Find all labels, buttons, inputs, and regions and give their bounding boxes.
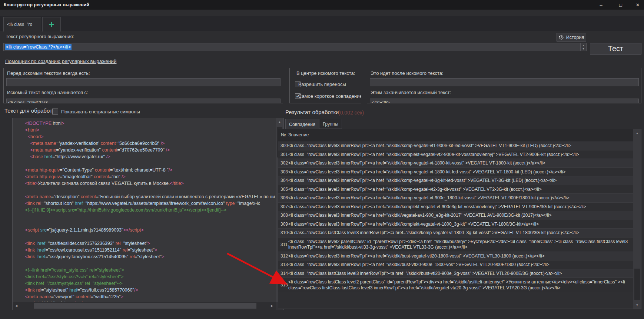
table-row[interactable]: 312<li class="rowClass level3 innerRowTp… bbox=[278, 252, 633, 261]
row-number: 312 bbox=[278, 252, 288, 260]
code-line: <link rel="stylesheet" href="css/full.cs… bbox=[17, 287, 276, 293]
starts-input[interactable]: <li class="rowClass bbox=[6, 99, 280, 103]
table-row[interactable]: 313<li class="rowClass level3 innerRowTp… bbox=[278, 260, 633, 269]
code-area[interactable]: <!DOCTYPE html> <html> <head> <meta name… bbox=[13, 118, 276, 302]
scroll-up-icon[interactable]: ▲ bbox=[276, 118, 283, 126]
regex-selected-text: <li\ class="rowClass.*?</a></li> bbox=[5, 44, 72, 50]
show-special-label: Показывать специальные символы bbox=[61, 109, 140, 114]
shortest-checkbox-label: Самое короткое совпадение bbox=[298, 93, 361, 99]
table-row[interactable]: 309<li class="rowClass level3 innerRowTp… bbox=[278, 220, 633, 229]
row-value: <li class="rowClass level3 innerRowTpl">… bbox=[288, 176, 633, 185]
table-row[interactable]: 308<li class="rowClass level3 innerRowTp… bbox=[278, 211, 633, 220]
row-number: 313 bbox=[278, 260, 288, 269]
code-line bbox=[17, 260, 276, 267]
code-line bbox=[17, 187, 276, 193]
regex-spinner[interactable]: ▲ ▼ bbox=[580, 43, 587, 51]
starts-label: Искомый текст всегда начинается с: bbox=[7, 90, 88, 95]
row-value: <li class="rowClass level3 innerRowTpl">… bbox=[288, 252, 633, 260]
scroll-left-icon[interactable]: ◀ bbox=[13, 302, 20, 310]
matches-table: № Значение 300<li class="rowClass level3… bbox=[278, 129, 641, 309]
scroll-right-icon[interactable]: ▶ bbox=[268, 302, 276, 310]
table-body[interactable]: 300<li class="rowClass level3 innerRowTp… bbox=[278, 142, 633, 309]
code-line bbox=[17, 213, 276, 220]
minimize-button[interactable]: – bbox=[595, 0, 607, 10]
code-line: <link rel="shortcut icon" href="https://… bbox=[17, 200, 276, 207]
row-value: <li class="rowClass level2 parentClass" … bbox=[288, 237, 633, 252]
helper-center-box: В центре искомого текста: Разрешить пере… bbox=[289, 68, 361, 103]
after-input[interactable] bbox=[370, 78, 639, 86]
column-separator bbox=[287, 131, 287, 139]
source-code-editor[interactable]: <!DOCTYPE html> <html> <head> <meta name… bbox=[12, 118, 284, 310]
hscroll-thumb[interactable] bbox=[34, 303, 256, 309]
table-vertical-scrollbar[interactable]: ▲ ▼ bbox=[633, 129, 641, 309]
table-row[interactable]: 304<li class="rowClass level3 innerRowTp… bbox=[278, 176, 633, 185]
scroll-up-icon[interactable]: ▲ bbox=[633, 129, 641, 137]
ends-input[interactable]: </a></li> bbox=[370, 99, 639, 103]
regex-helper-link[interactable]: Помощник по созданию регулярных выражени… bbox=[5, 59, 116, 64]
table-row[interactable]: 310<li class="rowClass lastClass level3 … bbox=[278, 229, 633, 237]
code-line: <base href="https://www.vegatel.ru/" /> bbox=[17, 153, 276, 160]
history-button-label: История bbox=[566, 35, 584, 40]
tab-regex-active[interactable]: <li\ class="ro bbox=[3, 17, 41, 31]
code-line: <link href="css/jquery.fancybox.css?1514… bbox=[17, 253, 276, 260]
table-row[interactable]: 307<li class="rowClass level3 innerRowTp… bbox=[278, 203, 633, 212]
table-row[interactable]: 311<li class="rowClass level2 parentClas… bbox=[278, 237, 633, 252]
maximize-button[interactable]: □ bbox=[614, 0, 627, 10]
table-row[interactable]: 302<li class="rowClass level3 innerRowTp… bbox=[278, 159, 633, 168]
row-value: <li class="rowClass level3 innerRowTpl">… bbox=[288, 168, 633, 176]
wraps-checkbox-label: Разрешить переносы bbox=[298, 82, 346, 87]
helper-after-box: Это идет после искомого текста: Этим зак… bbox=[367, 68, 641, 103]
code-line: <meta http-equiv="imagetoolbar" content=… bbox=[17, 173, 276, 180]
scroll-down-icon[interactable]: ▼ bbox=[633, 301, 641, 309]
history-clock-icon bbox=[559, 35, 564, 40]
code-line: <link href="/css/style.css?v=5" rel="sty… bbox=[17, 273, 276, 280]
before-input[interactable] bbox=[6, 78, 280, 86]
row-value: <li class="rowClass lastClass level2 par… bbox=[288, 278, 633, 292]
code-line: <meta name='yandex-verification' content… bbox=[17, 140, 276, 147]
result-panel-title: Результат обработки bbox=[285, 109, 339, 115]
row-number: 311 bbox=[278, 237, 288, 252]
table-row[interactable]: 300<li class="rowClass level3 innerRowTp… bbox=[278, 142, 633, 150]
code-line: <link href="css/owl.carousel.css?1511952… bbox=[17, 247, 276, 253]
checkbox-row-wraps[interactable]: Разрешить переносы bbox=[295, 82, 301, 87]
row-value: <li class="rowClass lastClass level3 inn… bbox=[288, 229, 633, 237]
code-line: <!--link href="/css/m_style.css" rel="st… bbox=[17, 267, 276, 273]
editor-horizontal-scrollbar[interactable]: ◀ ▶ bbox=[13, 302, 276, 310]
tab-matches[interactable]: Совпадения bbox=[285, 119, 319, 129]
close-button[interactable]: ✕ bbox=[631, 0, 644, 10]
code-line: <link href="css/flexslider.css?157623639… bbox=[17, 240, 276, 247]
before-label: Перед искомым текстом всегда есть: bbox=[7, 70, 90, 76]
test-button[interactable]: Тест bbox=[590, 43, 641, 54]
column-header-value: Значение bbox=[288, 132, 309, 137]
table-row[interactable]: 314<li class="rowClass lastClass level3 … bbox=[278, 269, 633, 278]
row-value: <li class="rowClass level3 innerRowTpl">… bbox=[288, 220, 633, 229]
spinner-down-icon[interactable]: ▼ bbox=[582, 47, 585, 50]
row-number: 305 bbox=[278, 185, 288, 194]
table-row[interactable]: 303<li class="rowClass level3 innerRowTp… bbox=[278, 168, 633, 177]
checkbox-row-shortest[interactable]: ✓ Самое короткое совпадение bbox=[295, 93, 301, 99]
tab-groups[interactable]: Группы bbox=[319, 119, 342, 129]
row-number: 301 bbox=[278, 150, 288, 159]
title-bar: Конструктор регулярных выражений bbox=[0, 0, 644, 10]
app-window: Конструктор регулярных выражений – □ ✕ <… bbox=[0, 0, 644, 319]
row-number: 310 bbox=[278, 229, 288, 237]
show-special-row[interactable]: Показывать специальные символы bbox=[52, 109, 140, 114]
column-header-num: № bbox=[281, 132, 286, 137]
regex-label: Текст регулярного выражения: bbox=[6, 34, 74, 39]
table-row[interactable]: 305<li class="rowClass level3 innerRowTp… bbox=[278, 185, 633, 194]
row-value: <li class="rowClass level3 innerRowTpl">… bbox=[288, 150, 633, 159]
spinner-up-icon[interactable]: ▲ bbox=[582, 44, 585, 47]
history-button[interactable]: История bbox=[557, 33, 586, 41]
row-number: 304 bbox=[278, 176, 288, 185]
show-special-checkbox[interactable] bbox=[52, 109, 58, 114]
code-line: <html> bbox=[17, 127, 276, 133]
regex-input[interactable]: <li\ class="rowClass.*?</a></li> bbox=[3, 43, 580, 51]
table-vscroll-thumb[interactable] bbox=[634, 269, 640, 300]
code-line: <head> bbox=[17, 133, 276, 140]
table-row[interactable]: 306<li class="rowClass level3 innerRowTp… bbox=[278, 194, 633, 203]
table-row[interactable]: 315<li class="rowClass lastClass level2 … bbox=[278, 278, 633, 292]
result-time-badge: (0,002 сек) bbox=[338, 110, 364, 116]
row-number: 315 bbox=[278, 278, 288, 292]
add-tab-button[interactable]: + bbox=[42, 17, 61, 31]
table-row[interactable]: 301<li class="rowClass level3 innerRowTp… bbox=[278, 150, 633, 159]
